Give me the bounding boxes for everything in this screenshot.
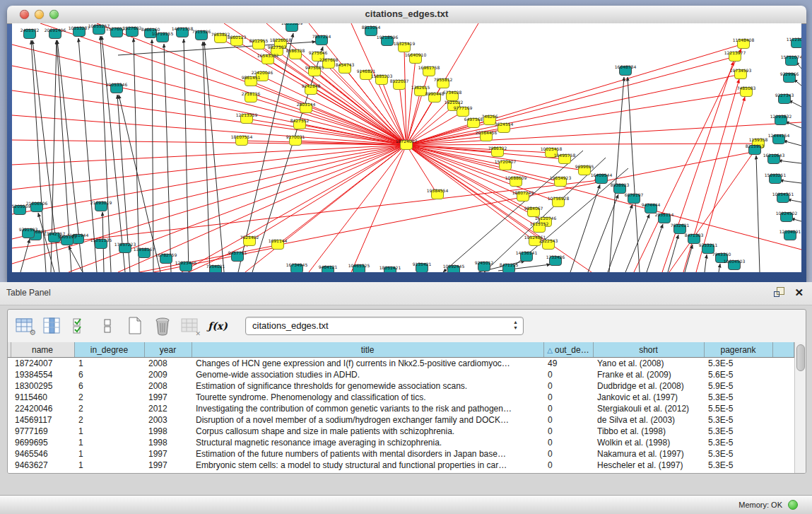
column-header-short[interactable]: short xyxy=(593,342,704,358)
table-row[interactable]: 2242004622012Investigating the contribut… xyxy=(8,403,794,414)
network-edge xyxy=(756,156,760,272)
node-label: 2718126 xyxy=(242,91,261,96)
table-cell: 19384554 xyxy=(11,369,74,380)
node-label: 7515526 xyxy=(192,29,211,34)
node-label: 13958167 xyxy=(134,247,155,252)
table-cell: Estimation of the future numbers of pati… xyxy=(192,448,543,460)
network-edge xyxy=(164,44,171,272)
table-cell: Jankovic et al. (1997) xyxy=(593,392,704,403)
column-header-in_degree[interactable]: in_degree xyxy=(74,342,144,358)
node-label: 16782759 xyxy=(155,252,177,257)
table-row[interactable]: 946554611997Estimation of the future num… xyxy=(8,448,794,460)
node-label: 18051421 xyxy=(379,265,401,270)
table-cell: 2 xyxy=(74,403,144,414)
table-selector[interactable]: citations_edges.txt ▲▼ xyxy=(245,317,524,335)
node-label: 7485083 xyxy=(737,86,756,90)
table-cell: 5.3E-5 xyxy=(704,460,772,471)
memory-ok-icon[interactable] xyxy=(788,500,798,510)
table-cell: 0 xyxy=(543,380,593,392)
table-settings-icon[interactable]: ⚙ xyxy=(15,316,35,336)
node-label: 19654923 xyxy=(550,175,572,180)
node-label: 7986322 xyxy=(488,146,507,151)
network-edge xyxy=(625,214,649,272)
column-header-out_de[interactable]: △out_de… xyxy=(543,342,593,358)
node-label: 18107554 xyxy=(231,134,253,139)
node-label: 20691406 xyxy=(45,28,66,33)
table-cell: 5.3E-5 xyxy=(704,448,772,460)
network-edge xyxy=(309,145,406,272)
table-row[interactable]: 911546021997Tourette syndrome. Phenomeno… xyxy=(8,392,794,403)
node-label: 12923446 xyxy=(175,260,197,265)
table-row[interactable]: 946362711997Embryonic stem cells: a mode… xyxy=(8,460,794,471)
node-label: 9777169 xyxy=(454,105,473,110)
table-cell: Structural magnetic resonance image aver… xyxy=(192,437,543,448)
table-row[interactable]: 1830029562008Estimation of significance … xyxy=(8,380,794,392)
table-cell: Yano et al. (2008) xyxy=(593,358,704,370)
table-cell: Dudbridge et al. (2008) xyxy=(593,380,704,392)
node-label: 16033809 xyxy=(281,23,303,25)
column-select-icon[interactable] xyxy=(70,316,90,336)
table-cell: 6 xyxy=(74,380,144,392)
window-titlebar[interactable]: citations_edges.txt xyxy=(7,6,806,24)
node-label: 10924502 xyxy=(776,211,798,216)
node-label: 8912955 xyxy=(249,38,269,43)
table-row[interactable]: 977716911998Corpus callosum shape and si… xyxy=(8,426,794,437)
node-label: 12104091 xyxy=(779,229,801,234)
network-edge xyxy=(249,145,406,241)
node-label: 1691144 xyxy=(269,238,288,243)
node-label: 5905193 xyxy=(58,234,77,239)
node-label: 10954351 xyxy=(772,192,794,197)
table-row[interactable]: 969969511998Structural magnetic resonanc… xyxy=(8,437,794,448)
delete-column-icon[interactable] xyxy=(153,316,172,336)
column-header-pagerank[interactable]: pagerank xyxy=(704,342,772,358)
node-label: 9475685 xyxy=(305,65,324,70)
node-label: 17957223 xyxy=(114,242,136,247)
table-row[interactable]: 1872400712008Changes of HCN gene express… xyxy=(8,358,794,370)
node-label: 22420046 xyxy=(252,70,273,75)
node-label: 10025458 xyxy=(541,146,563,151)
float-panel-icon[interactable] xyxy=(774,287,784,298)
node-label: 7632621 xyxy=(671,223,690,228)
node-label: 9135421 xyxy=(413,262,432,267)
new-column-icon[interactable] xyxy=(125,316,145,336)
table-row[interactable]: 1456911722003Disruption of a novel membe… xyxy=(8,414,794,426)
table-cell: Nakamura et al. (1997) xyxy=(593,448,704,460)
node-label: 14136141 xyxy=(516,250,538,255)
node-label: 1615152 xyxy=(530,221,549,226)
table-cell: 9699695 xyxy=(11,437,74,448)
column-visibility-icon[interactable] xyxy=(42,316,62,336)
row-toggle-icon[interactable] xyxy=(98,316,117,336)
node-label: 8215953 xyxy=(746,144,765,148)
node-label: 16961758 xyxy=(418,65,440,70)
window-title: citations_edges.txt xyxy=(7,8,806,19)
column-header-title[interactable]: title xyxy=(192,342,543,358)
function-builder-icon[interactable]: ƒ(x) xyxy=(208,316,228,336)
table-row[interactable]: 1938455462009Genome-wide association stu… xyxy=(8,369,794,380)
node-label: 16409544 xyxy=(591,173,613,177)
column-header-name[interactable]: name xyxy=(11,342,74,358)
table-toolbar: ⚙ xyxy=(8,310,806,342)
node-label: 12213977 xyxy=(724,50,746,55)
node-label: 9170031 xyxy=(286,134,305,139)
table-cell: 0 xyxy=(543,426,593,437)
node-label: 8471215 xyxy=(500,262,519,267)
close-panel-icon[interactable]: ✕ xyxy=(794,287,804,298)
node-label: 29053346 xyxy=(106,82,128,87)
node-table[interactable]: namein_degreeyeartitle△out_de…shortpager… xyxy=(8,342,794,473)
table-cell: 2008 xyxy=(144,380,192,392)
network-edge xyxy=(12,145,406,165)
network-canvas[interactable]: 1872400776638228660123891295518226058982… xyxy=(12,23,801,272)
table-cell: 2008 xyxy=(144,358,192,370)
node-label: 7625402 xyxy=(240,235,259,240)
network-edge xyxy=(647,224,663,272)
table-cell: 9115460 xyxy=(11,392,74,403)
node-label: 12444154 xyxy=(768,133,790,138)
table-cell: 5.3E-5 xyxy=(704,426,772,437)
network-edge xyxy=(203,42,210,272)
node-label: 16543382 xyxy=(257,53,279,58)
column-header-year[interactable]: year xyxy=(144,342,192,358)
table-cell: 49 xyxy=(543,358,593,370)
scrollbar-thumb[interactable] xyxy=(796,344,805,371)
table-scrollbar[interactable] xyxy=(794,342,806,473)
table-cell: 0 xyxy=(543,369,593,380)
